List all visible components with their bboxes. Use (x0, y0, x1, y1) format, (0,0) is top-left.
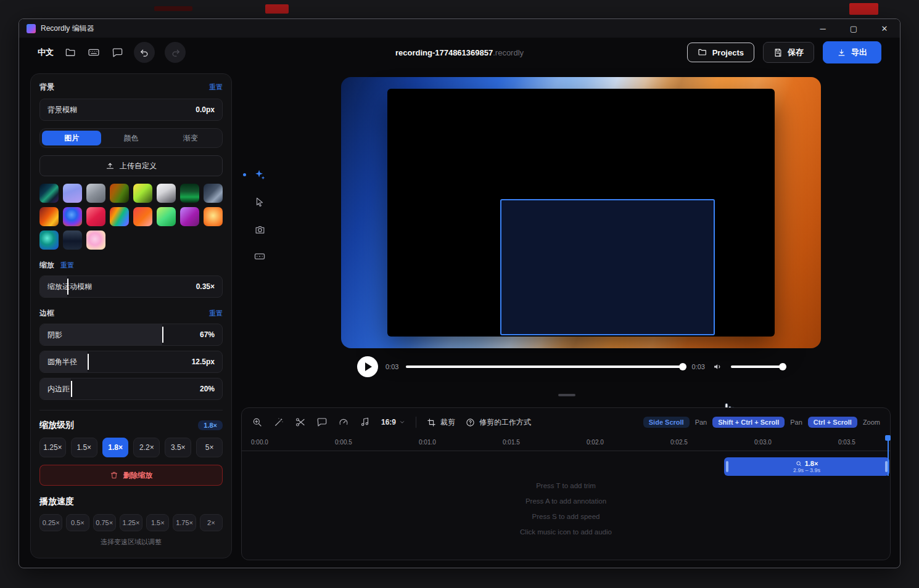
titlebar: Recordly 编辑器 ─ ▢ ✕ (19, 19, 900, 38)
background-thumbnail[interactable] (39, 207, 59, 226)
background-thumbnail[interactable] (157, 184, 176, 203)
annotation-icon[interactable] (316, 417, 328, 428)
keystroke-icon (253, 250, 266, 263)
zoom-motion-blur-slider[interactable]: 缩放运动模糊 0.35× (39, 276, 223, 298)
zoom-level-option[interactable]: 3.5× (165, 438, 191, 457)
zoom-effect-tool-button[interactable] (250, 166, 269, 184)
crop-button[interactable]: 裁剪 (427, 417, 455, 428)
music-icon[interactable] (360, 417, 371, 428)
speed-gauge-icon[interactable] (338, 417, 349, 428)
speed-option[interactable]: 0.5× (66, 514, 89, 531)
padding-slider[interactable]: 内边距 20% (39, 378, 223, 400)
background-thumbnail[interactable] (39, 231, 59, 250)
background-thumbnail[interactable] (180, 207, 199, 226)
tab-gradient[interactable]: 渐变 (161, 131, 220, 145)
corner-radius-slider[interactable]: 圆角半径 12.5px (39, 351, 223, 373)
background-blur-slider[interactable]: 背景模糊 0.0px (39, 99, 223, 121)
seek-bar[interactable] (406, 365, 684, 368)
zoom-level-option[interactable]: 2.2× (133, 438, 160, 457)
minimize-button[interactable]: ─ (815, 24, 831, 33)
wand-icon[interactable] (273, 417, 284, 428)
zoom-title: 缩放 (39, 260, 54, 271)
keystroke-overlay-tool-button[interactable] (250, 247, 269, 266)
border-reset-link[interactable]: 重置 (209, 309, 223, 318)
speed-option[interactable]: 1.25× (120, 514, 142, 531)
background-thumbnail[interactable] (204, 184, 223, 203)
background-thumbnail[interactable] (86, 184, 105, 203)
background-thumbnail[interactable] (39, 184, 59, 203)
projects-button[interactable]: Projects (687, 43, 754, 62)
speed-option[interactable]: 1.75× (173, 514, 196, 531)
timeline-panel: 16:9 裁剪 修剪的工作方式 Side Scroll Pan Shift + … (241, 407, 891, 560)
shortcut-action: Pan (790, 419, 802, 426)
delete-zoom-button[interactable]: 删除缩放 (39, 465, 223, 486)
speed-option[interactable]: 0.25× (39, 514, 62, 531)
cursor-tool-button[interactable] (250, 193, 269, 211)
clip-zoom-label: 1.8× (805, 460, 818, 467)
sparkle-icon (253, 168, 266, 182)
open-folder-icon[interactable] (64, 46, 77, 59)
zoom-in-icon[interactable] (252, 417, 263, 428)
language-button[interactable]: 中文 (38, 47, 54, 58)
background-thumbnail[interactable] (110, 184, 129, 203)
play-button[interactable] (357, 356, 378, 377)
zoom-level-option[interactable]: 1.25× (39, 438, 66, 457)
zoom-level-option[interactable]: 5× (196, 438, 223, 457)
background-thumbnail[interactable] (86, 207, 105, 226)
chevron-down-icon (399, 419, 405, 425)
speed-option[interactable]: 1.5× (146, 514, 169, 531)
timeline-tracks[interactable]: Press T to add trim Press A to add annot… (242, 451, 890, 560)
tab-color[interactable]: 颜色 (101, 131, 160, 145)
close-button[interactable]: ✕ (876, 24, 892, 33)
player-controls: 0:03 0:03 (357, 356, 783, 378)
zoom-clip[interactable]: 1.8× 2.9s – 3.9s (724, 457, 889, 476)
zoom-level-option[interactable]: 1.5× (71, 438, 97, 457)
zoom-region-selection[interactable] (500, 199, 715, 335)
background-reset-link[interactable]: 重置 (209, 83, 223, 92)
seek-knob[interactable] (679, 363, 686, 370)
upload-custom-button[interactable]: 上传自定义 (39, 155, 223, 176)
ruler-tick: 0:01.0 (419, 439, 436, 446)
magnifier-icon (796, 460, 802, 467)
undo-button[interactable] (134, 42, 155, 63)
zoom-level-option-selected[interactable]: 1.8× (102, 438, 129, 457)
background-thumbnail[interactable] (110, 207, 129, 226)
volume-slider[interactable] (731, 365, 783, 368)
export-button[interactable]: 导出 (823, 41, 881, 63)
background-thumbnail[interactable] (204, 207, 223, 226)
save-button[interactable]: 保存 (763, 42, 814, 63)
comment-icon[interactable] (110, 46, 124, 59)
background-window-artifact (265, 4, 289, 14)
background-type-tabs: 图片 颜色 渐变 (39, 128, 223, 148)
ruler-tick: 0:01.5 (503, 439, 520, 446)
video-preview (341, 77, 821, 348)
volume-knob[interactable] (779, 363, 786, 370)
background-thumbnail[interactable] (63, 184, 82, 203)
redo-button[interactable] (165, 42, 186, 63)
keyboard-icon[interactable] (87, 46, 101, 59)
background-thumbnail[interactable] (133, 184, 152, 203)
volume-icon[interactable] (712, 361, 723, 372)
tab-image[interactable]: 图片 (42, 131, 101, 145)
zoom-reset-link[interactable]: 重置 (60, 261, 74, 270)
scissors-icon[interactable] (295, 417, 306, 428)
panel-resize-handle[interactable] (558, 394, 575, 396)
background-thumbnail[interactable] (63, 231, 82, 250)
crop-icon (427, 418, 436, 427)
speed-option[interactable]: 0.75× (93, 514, 116, 531)
background-thumbnail[interactable] (63, 207, 82, 226)
timeline-ruler[interactable]: 0:00.0 0:00.5 0:01.0 0:01.5 0:02.0 0:02.… (242, 436, 890, 451)
trim-help-button[interactable]: 修剪的工作方式 (466, 417, 531, 428)
maximize-button[interactable]: ▢ (846, 24, 862, 33)
speed-option[interactable]: 2× (200, 514, 223, 531)
aspect-ratio-dropdown[interactable]: 16:9 (381, 418, 405, 427)
background-thumbnail[interactable] (133, 207, 152, 226)
shadow-slider[interactable]: 阴影 67% (39, 324, 223, 346)
background-thumbnail[interactable] (157, 207, 176, 226)
playhead[interactable] (888, 438, 889, 476)
background-window-artifact (849, 3, 878, 15)
redo-icon (170, 47, 181, 58)
background-thumbnail[interactable] (86, 231, 105, 250)
camera-tool-button[interactable] (250, 220, 269, 239)
background-thumbnail[interactable] (180, 184, 199, 203)
